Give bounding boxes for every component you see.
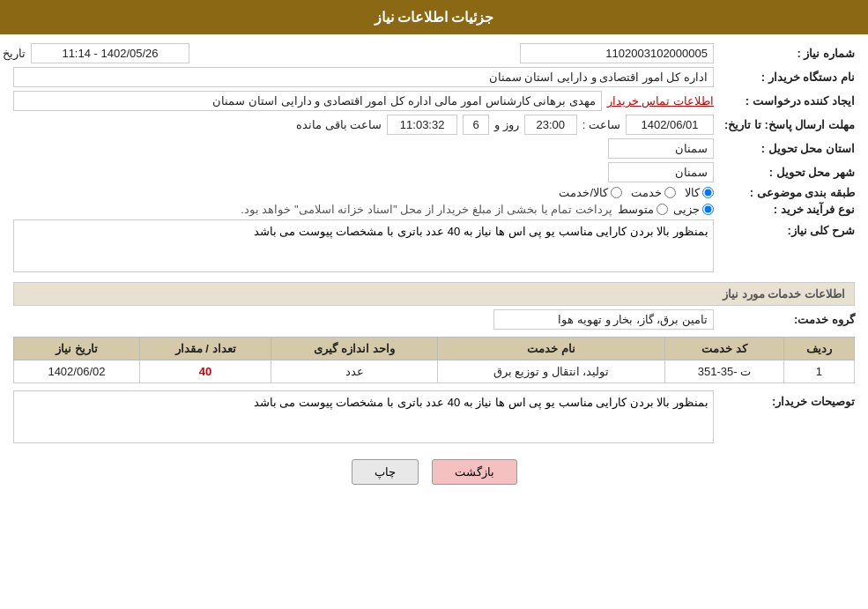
col-tarikh: تاریخ نیاز [14, 338, 140, 360]
col-name: نام خدمت [437, 338, 664, 360]
mohlat-row: مهلت ارسال پاسخ: تا تاریخ: 1402/06/01 سا… [13, 115, 855, 135]
saat-baghi-box: 11:03:32 [387, 115, 457, 135]
sharh-koli-row: شرح کلی نیاز: بمنظور بالا بردن کارایی من… [13, 219, 855, 275]
shomara-niaz-label: شماره نیاز : [714, 47, 855, 60]
col-tedad: تعداد / مقدار [139, 338, 271, 360]
print-button[interactable]: چاپ [352, 459, 419, 485]
khadamat-section-title: اطلاعات خدمات مورد نیاز [13, 282, 855, 306]
shomara-niaz-box: 1102003102000005 [520, 43, 714, 63]
shahr-tahvil-label: شهر محل تحویل : [714, 166, 855, 179]
radio-motevaset[interactable]: متوسط [618, 203, 668, 216]
time-label: ساعت : [582, 118, 620, 131]
radio-jazzi-input[interactable] [702, 204, 714, 215]
back-button[interactable]: بازگشت [432, 459, 517, 485]
farayand-row: نوع فرآیند خرید : پرداخت تمام یا بخشی از… [13, 203, 855, 216]
shomara-niaz-row: شماره نیاز : 1102003102000005 1402/05/26… [13, 43, 855, 63]
nam-dastgah-value: اداره کل امور اقتصادی و دارایی استان سمن… [13, 67, 714, 87]
shomara-niaz-value: 1102003102000005 [198, 43, 714, 63]
khedmat-label: خدمت [631, 186, 662, 199]
grooh-khedmat-label: گروه خدمت: [714, 313, 855, 326]
nam-dastgah-row: نام دستگاه خریدار : اداره کل امور اقتصاد… [13, 67, 855, 87]
date-box: 1402/06/01 [626, 115, 714, 135]
eijad-konande-box: مهدی برهانی کارشناس امور مالی اداره کل ا… [13, 91, 602, 111]
col-radif: ردیف [783, 338, 854, 360]
sharh-koli-textarea[interactable]: بمنظور بالا بردن کارایی مناسب یو پی اس ه… [13, 219, 714, 272]
tavsiyat-label: توصیحات خریدار: [714, 390, 855, 408]
radio-kala-input[interactable] [702, 187, 714, 198]
radio-khedmat-input[interactable] [664, 187, 676, 198]
radio-khedmat[interactable]: خدمت [631, 186, 676, 199]
col-kod: کد خدمت [665, 338, 784, 360]
shahr-tahvil-box: سمنان [608, 162, 714, 182]
grooh-khedmat-box: تامین برق، گاز، بخار و تهویه هوا [493, 309, 714, 330]
nam-dastgah-label: نام دستگاه خریدار : [714, 71, 855, 84]
sharh-koli-label: شرح کلی نیاز: [714, 219, 855, 237]
eijad-konande-row: ایجاد کننده درخواست : اطلاعات تماس خریدا… [13, 91, 855, 111]
tarikh-saate-label: تاریخ و ساعت اعلان عمومی: [0, 47, 26, 60]
farayand-label: نوع فرآیند خرید : [714, 203, 855, 216]
contact-link[interactable]: اطلاعات تماس خریدار [607, 94, 714, 108]
motevaset-label: متوسط [618, 203, 654, 216]
buttons-row: بازگشت چاپ [13, 459, 855, 485]
tabe-bandi-label: طبقه بندی موضوعی : [714, 186, 855, 199]
col-vahed: واحد اندازه گیری [271, 338, 437, 360]
time-box: 23:00 [524, 115, 577, 135]
saat-baghi-label: ساعت باقی مانده [296, 118, 382, 131]
radio-kala[interactable]: کالا [685, 186, 714, 199]
roz-box: 6 [463, 115, 489, 135]
kala-label: کالا [685, 186, 700, 199]
page-header: جزئیات اطلاعات نیاز [0, 0, 868, 34]
tarikh-saate-box: 1402/05/26 - 11:14 [31, 43, 189, 63]
table-row: 1ت -35-351تولید، انتقال و توزیع برقعدد40… [14, 360, 855, 383]
radio-jazzi[interactable]: جزیی [673, 203, 714, 216]
shahr-tahvil-row: شهر محل تحویل : سمنان [13, 162, 855, 182]
eijad-konande-value: اطلاعات تماس خریدار مهدی برهانی کارشناس … [13, 91, 714, 111]
jazzi-label: جزیی [673, 203, 700, 216]
services-table: ردیف کد خدمت نام خدمت واحد اندازه گیری ت… [13, 337, 855, 383]
radio-kala-khedmat-input[interactable] [611, 187, 622, 198]
eijad-konande-label: ایجاد کننده درخواست : [714, 94, 855, 108]
nam-dastgah-box: اداره کل امور اقتصادی و دارایی استان سمن… [13, 67, 714, 87]
radio-motevaset-input[interactable] [657, 204, 668, 215]
farayand-desc: پرداخت تمام یا بخشی از مبلغ خریدار از مح… [241, 203, 612, 216]
ostan-tahvil-box: سمنان [608, 138, 714, 159]
roz-label: روز و [494, 118, 519, 131]
mohlat-label: مهلت ارسال پاسخ: تا تاریخ: [714, 118, 855, 131]
ostan-tahvil-row: استان محل تحویل : سمنان [13, 138, 855, 159]
ostan-tahvil-label: استان محل تحویل : [714, 142, 855, 155]
page-title: جزئیات اطلاعات نیاز [375, 10, 494, 25]
tavsiyat-row: توصیحات خریدار: بمنظور بالا بردن کارایی … [13, 390, 855, 446]
tavsiyat-textarea[interactable]: بمنظور بالا بردن کارایی مناسب یو پی اس ه… [13, 390, 714, 443]
kala-khedmat-label: کالا/خدمت [559, 186, 608, 199]
grooh-khedmat-row: گروه خدمت: تامین برق، گاز، بخار و تهویه … [13, 309, 855, 330]
radio-kala-khedmat[interactable]: کالا/خدمت [559, 186, 622, 199]
tabe-bandi-row: طبقه بندی موضوعی : کالا/خدمت خدمت کالا [13, 186, 855, 199]
